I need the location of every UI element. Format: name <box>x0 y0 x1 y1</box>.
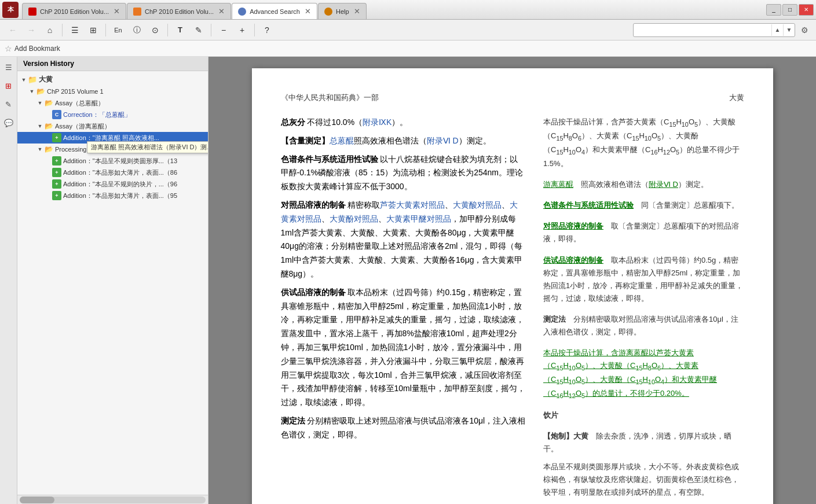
tree-toggle-dahuang[interactable]: ▼ <box>20 76 28 84</box>
tree-label-assay2: Assay（游离蒽醌） <box>55 122 111 131</box>
ref-link-1[interactable]: 芦荟大黄素对照品 <box>380 200 445 209</box>
list-button[interactable]: ☰ <box>67 22 83 38</box>
close-button[interactable]: ✕ <box>799 4 814 16</box>
lang-button[interactable]: En <box>110 22 126 38</box>
right-assay-section: 测定法 分别精密吸取对照品溶液与供试品溶液各10μl，注入液相色谱仪，测定，即得… <box>543 313 744 339</box>
assay-section: 【含量测定】总蒽醌照高效液相色谱法（附录Ⅵ D）测定。 <box>281 134 526 148</box>
split-button[interactable]: ⊞ <box>85 22 101 38</box>
add-bookmark-button[interactable]: Add Bookmark <box>14 45 60 53</box>
assay-method-heading: 测定法 <box>281 416 305 425</box>
separator-4 <box>211 24 211 36</box>
tab-close-1[interactable]: ✕ <box>114 7 120 16</box>
right-control-section: 对照品溶液的制备 取〔含量测定〕总蒽醌项下的对照品溶液，即得。 <box>543 220 744 245</box>
tree-toggle-assay2[interactable]: ▼ <box>36 122 44 130</box>
tree-tooltip-add1: 游离蒽醌 照高效液相谱法（附录VI D）测...（331 letters） <box>87 141 208 153</box>
tab-icon-4 <box>324 8 332 16</box>
total-ash-link[interactable]: 附录ⅨK <box>363 117 391 127</box>
separator-1 <box>62 24 63 36</box>
tree-icon-add3: + <box>52 168 61 177</box>
tree-item-add4[interactable]: + Addition："本品呈不规则的块片，...（96 <box>17 178 208 190</box>
right-yinpian-heading: 饮片 <box>543 411 558 420</box>
tab-close-2[interactable]: ✕ <box>218 7 225 16</box>
right-calc-note: 本品按干燥品计算，含芦荟大黄素（C15H10O5）、大黄酸（C15H8O6）、大… <box>543 116 744 170</box>
tree-label-assay1: Assay（总蒽醌） <box>55 99 104 108</box>
tree-folder-processing: 📂 <box>44 145 53 154</box>
control-heading: 对照品溶液的制备 <box>281 200 346 209</box>
tab-help[interactable]: Help ✕ <box>318 3 367 19</box>
search-down-button[interactable]: ▼ <box>783 24 795 36</box>
doc-header-right: 大黄 <box>729 91 744 104</box>
side-icon-bookmark[interactable]: ⊞ <box>2 79 16 93</box>
tree-toggle-chp2015[interactable]: ▼ <box>28 87 36 95</box>
back-button[interactable]: ← <box>5 22 21 38</box>
separator-2 <box>105 24 106 36</box>
search-up-button[interactable]: ▲ <box>771 24 783 36</box>
tab-close-4[interactable]: ✕ <box>354 7 360 16</box>
tab-chp-1[interactable]: ChP 2010 Edition Volu... ✕ <box>22 3 126 19</box>
tab-chp-2[interactable]: ChP 2010 Edition Volu... ✕ <box>127 3 231 19</box>
free-heading-link[interactable]: 游离蒽醌 <box>543 180 573 189</box>
tree-label-add3: Addition："本品形如大薄片，表面...（86 <box>63 168 177 177</box>
tree-item-chp2015[interactable]: ▼ 📂 ChP 2015 Volume 1 <box>17 86 208 97</box>
tab-icon-2 <box>133 8 141 16</box>
tree-item-add5[interactable]: + Addition："本品形如大薄片，表面...（95 <box>17 190 208 201</box>
side-icon-chat[interactable]: 💬 <box>2 116 16 130</box>
right-yinpian-section: 饮片 <box>543 409 744 422</box>
tab-close-3[interactable]: ✕ <box>305 7 311 16</box>
text-button[interactable]: T <box>172 22 188 38</box>
pen-button[interactable]: ✎ <box>191 22 207 38</box>
side-icon-toc[interactable]: ☰ <box>2 60 16 74</box>
assay-method-section: 测定法 分别精密吸取上述对照品溶液与供试品溶液各10μl，注入液相色谱仪，测定，… <box>281 414 526 442</box>
assay-method-link[interactable]: 附录Ⅵ D <box>427 136 459 145</box>
right-sample-heading[interactable]: 供试品溶液的制备 <box>543 256 603 264</box>
info-button[interactable]: ⓘ <box>129 22 145 38</box>
tree-item-assay1[interactable]: ▼ 📂 Assay（总蒽醌） <box>17 97 208 109</box>
zoom-out-button[interactable]: − <box>215 22 232 38</box>
tree-item-add3[interactable]: + Addition："本品形如大薄片，表面...（86 <box>17 167 208 178</box>
right-calc-link[interactable]: 本品按干燥品计算，含游离蒽醌以芦荟大黄素（C15H10O5）、大黄酸（C15H8… <box>543 348 717 398</box>
tree-item-assay2[interactable]: ▼ 📂 Assay（游离蒽醌） <box>17 120 208 132</box>
search-input[interactable] <box>634 26 771 34</box>
tree-item-correction[interactable]: C Correction：「总蒽醌」 <box>17 109 208 120</box>
tab-icon-3 <box>238 8 246 16</box>
tree-label-dahuang: 大黄 <box>39 75 53 84</box>
tree-icon-add4: + <box>52 179 61 189</box>
right-control-heading[interactable]: 对照品溶液的制备 <box>543 222 603 230</box>
ref-link-4[interactable]: 大黄酚对照品 <box>330 214 378 223</box>
document-area[interactable]: 《中华人民共和国药典》一部 大黄 总灰分 不得过10.0%（附录ⅨK）。 【含量… <box>208 57 816 504</box>
tree-item-add2[interactable]: + Addition："本品呈不规则类圆形厚...（13 <box>17 155 208 167</box>
toolbar: ← → ⌂ ☰ ⊞ En ⓘ ⊙ T ✎ − + ? ▲ ▼ ⚙ <box>0 20 816 41</box>
maximize-button[interactable]: □ <box>782 4 797 16</box>
gear-button[interactable]: ⚙ <box>797 23 811 37</box>
tab-bar: ChP 2010 Edition Volu... ✕ ChP 2010 Edit… <box>22 0 762 19</box>
sidebar-scrollbar[interactable] <box>17 495 208 504</box>
side-icon-pencil[interactable]: ✎ <box>2 97 16 111</box>
right-chroma-section: 色谱条件与系统适用性试验 同〔含量测定〕总蒽醌项下。 <box>543 199 744 212</box>
tree-toggle-assay1[interactable]: ▼ <box>36 99 44 107</box>
horizontal-scrollbar[interactable] <box>20 496 206 503</box>
tree-item-add1[interactable]: + Addition："游离蒽醌 照高效液相... 游离蒽醌 照高效液相谱法（附… <box>17 132 208 144</box>
tree-label-add4: Addition："本品呈不规则的块片，...（96 <box>63 180 177 189</box>
tree-item-dahuang[interactable]: ▼ 📁 大黄 <box>17 73 208 86</box>
clock-button[interactable]: ⊙ <box>147 22 163 38</box>
ref-link-2[interactable]: 大黄酸对照品 <box>453 200 502 209</box>
tree-toggle-processing[interactable]: ▼ <box>36 145 44 153</box>
assay-total-link[interactable]: 总蒽醌 <box>330 136 354 145</box>
tree-label-add5: Addition："本品形如大薄片，表面...（95 <box>63 192 177 200</box>
tree-label-chp2015: ChP 2015 Volume 1 <box>47 88 104 95</box>
assay-bracket: 【含量测定】 <box>281 136 330 145</box>
zoom-in-button[interactable]: + <box>234 22 250 38</box>
search-box: ▲ ▼ <box>633 23 795 37</box>
scrollbar-thumb <box>20 496 54 503</box>
ref-link-5[interactable]: 大黄素甲醚对照品 <box>386 214 451 223</box>
free-method-link[interactable]: 附录Ⅵ D <box>649 180 678 189</box>
minimize-button[interactable]: _ <box>766 4 781 16</box>
forward-button[interactable]: → <box>23 22 39 38</box>
tab-icon-1 <box>28 8 36 16</box>
right-chroma-heading[interactable]: 色谱条件与系统适用性试验 <box>543 201 634 209</box>
home-button[interactable]: ⌂ <box>42 22 58 38</box>
help-button[interactable]: ? <box>259 22 275 38</box>
right-sample-section: 供试品溶液的制备 取本品粉末（过四号筛）约0.5g，精密称定，置具塞锥形瓶中，精… <box>543 254 744 305</box>
tab-advanced-search[interactable]: Advanced Search ✕ <box>232 3 317 19</box>
total-ash-heading: 总灰分 <box>281 117 305 127</box>
